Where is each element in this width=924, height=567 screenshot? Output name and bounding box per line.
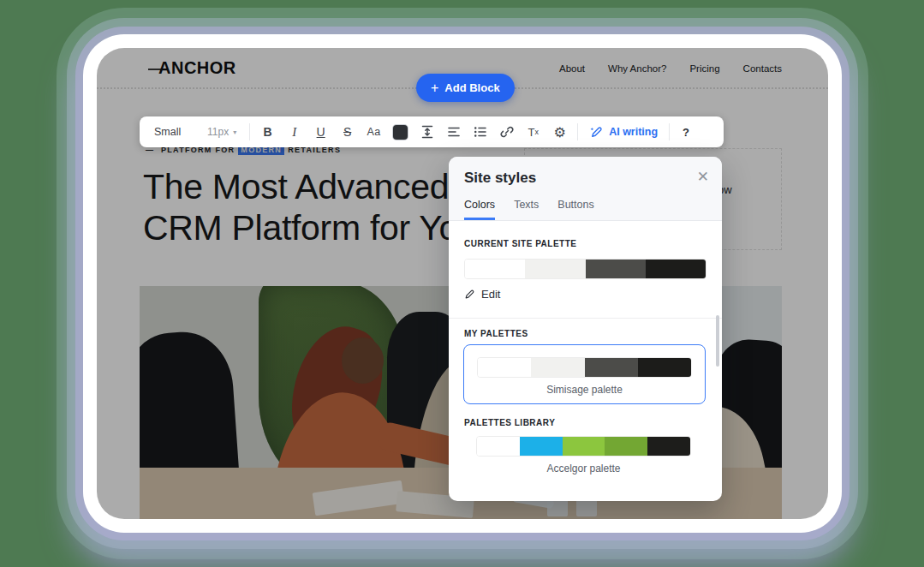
- font-size-dropdown[interactable]: 11px▾: [207, 126, 236, 138]
- plus-icon: +: [431, 81, 438, 95]
- current-palette-label: CURRENT SITE PALETTE: [464, 239, 576, 248]
- font-size-value: 11px: [207, 126, 229, 138]
- modal-header: Site styles ✕ Colors Texts Buttons: [449, 157, 722, 221]
- page-background: ANCHOR About Why Anchor? Pricing Contact…: [0, 0, 924, 567]
- link-icon: [499, 124, 515, 140]
- edit-palette-button[interactable]: Edit: [464, 288, 500, 301]
- palette-color-segment: [465, 260, 525, 278]
- link-button[interactable]: [493, 120, 520, 144]
- ai-writing-label: AI writing: [609, 126, 658, 138]
- site-styles-modal: Site styles ✕ Colors Texts Buttons CURRE…: [449, 157, 722, 501]
- palette-color-segment: [605, 437, 647, 456]
- edit-label: Edit: [481, 288, 500, 301]
- ai-writing-button[interactable]: AI writing: [589, 125, 658, 140]
- color-swatch-icon: [393, 125, 408, 140]
- text-format-toolbar: Small 11px▾ B I U S Aa: [140, 116, 724, 147]
- palette-color-segment: [525, 260, 585, 278]
- palette-card-simisage-selected[interactable]: Simisage palette: [463, 344, 706, 404]
- palette-color-segment: [520, 437, 563, 456]
- line-height-button[interactable]: [414, 120, 440, 144]
- close-icon[interactable]: ✕: [697, 168, 709, 186]
- tab-texts[interactable]: Texts: [514, 199, 539, 220]
- palette-color-segment: [478, 358, 531, 377]
- site-canvas: ANCHOR About Why Anchor? Pricing Contact…: [97, 48, 828, 519]
- help-button[interactable]: ?: [683, 126, 689, 139]
- clear-format-button[interactable]: Tx: [520, 120, 546, 144]
- text-color-button[interactable]: [387, 120, 414, 144]
- text-style-dropdown[interactable]: Small: [154, 126, 207, 138]
- bullet-list-button[interactable]: [467, 120, 493, 144]
- line-height-icon: [420, 124, 435, 140]
- clear-format-t: T: [528, 126, 534, 139]
- palette-card-accelgor[interactable]: Accelgor palette: [463, 436, 704, 474]
- current-palette-swatches: [464, 259, 706, 279]
- settings-button[interactable]: ⚙: [546, 120, 573, 144]
- simisage-palette-name: Simisage palette: [464, 384, 705, 396]
- palette-color-segment: [563, 437, 605, 456]
- palette-color-segment: [586, 260, 646, 278]
- modal-title: Site styles: [464, 170, 536, 187]
- ai-pencil-icon: [589, 125, 604, 140]
- modal-scrollbar-thumb[interactable]: [716, 315, 719, 367]
- palette-color-segment: [647, 437, 690, 456]
- palette-color-segment: [531, 358, 584, 377]
- chevron-down-icon: ▾: [233, 128, 236, 136]
- bullet-list-icon: [473, 124, 488, 140]
- modal-tabs: Colors Texts Buttons: [464, 199, 594, 220]
- align-button[interactable]: [440, 120, 467, 144]
- toolbar-divider: [249, 123, 250, 140]
- gear-icon: ⚙: [553, 124, 565, 140]
- toolbar-divider: [669, 123, 670, 140]
- palette-color-segment: [477, 437, 520, 456]
- underline-button[interactable]: U: [307, 120, 334, 144]
- browser-window-frame: ANCHOR About Why Anchor? Pricing Contact…: [83, 34, 842, 533]
- add-block-button[interactable]: + Add Block: [416, 74, 515, 102]
- italic-button[interactable]: I: [281, 120, 307, 144]
- palette-color-segment: [638, 358, 691, 377]
- tab-colors[interactable]: Colors: [464, 199, 495, 220]
- accelgor-palette-name: Accelgor palette: [463, 463, 704, 474]
- align-left-icon: [446, 124, 462, 140]
- tab-buttons[interactable]: Buttons: [557, 199, 593, 220]
- palette-color-segment: [646, 260, 706, 278]
- pencil-icon: [464, 289, 475, 300]
- accelgor-palette-swatches: [476, 436, 691, 457]
- palette-color-segment: [585, 358, 638, 377]
- bold-button[interactable]: B: [254, 120, 281, 144]
- my-palettes-label: MY PALETTES: [464, 329, 528, 338]
- strikethrough-button[interactable]: S: [334, 120, 361, 144]
- modal-section-divider: [449, 318, 722, 319]
- clear-format-x: x: [534, 128, 539, 136]
- simisage-palette-swatches: [477, 357, 692, 378]
- palettes-library-label: PALETTES LIBRARY: [464, 418, 555, 427]
- font-case-button[interactable]: Aa: [361, 120, 387, 144]
- toolbar-divider: [577, 123, 578, 140]
- add-block-label: Add Block: [444, 81, 499, 94]
